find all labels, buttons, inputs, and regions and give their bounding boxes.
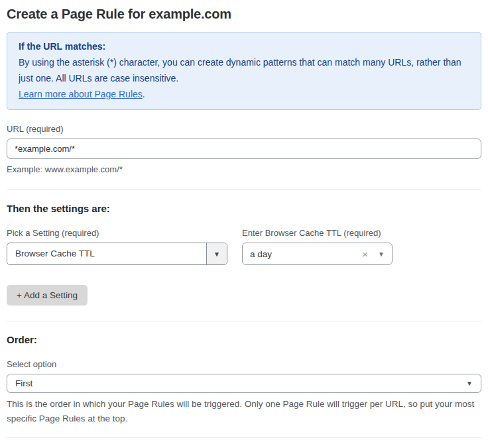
url-example-text: Example: www.example.com/*	[7, 164, 481, 174]
setting-picker-value: Browser Cache TTL	[7, 243, 206, 264]
clear-icon[interactable]: ×	[361, 248, 369, 260]
divider	[7, 190, 481, 190]
add-setting-button[interactable]: + Add a Setting	[7, 285, 88, 306]
ttl-picker-group: Enter Browser Cache TTL (required) a day…	[242, 228, 393, 265]
page-rule-form: Create a Page Rule for example.com If th…	[0, 0, 488, 448]
settings-row: Pick a Setting (required) Browser Cache …	[7, 228, 481, 265]
info-callout-body: By using the asterisk (*) character, you…	[19, 54, 469, 86]
learn-more-link[interactable]: Learn more about Page Rules	[19, 89, 143, 99]
setting-picker-label: Pick a Setting (required)	[7, 228, 227, 238]
ttl-picker-label: Enter Browser Cache TTL (required)	[242, 228, 393, 238]
info-callout-link-line: Learn more about Page Rules.	[19, 86, 469, 102]
caret-down-icon: ▼	[466, 380, 473, 387]
order-help-text: This is the order in which your Page Rul…	[7, 397, 481, 426]
ttl-picker-select[interactable]: a day × ▼	[242, 243, 393, 265]
divider	[7, 321, 481, 321]
page-title: Create a Page Rule for example.com	[7, 7, 481, 22]
divider	[7, 437, 481, 438]
url-input[interactable]	[7, 139, 481, 159]
order-select-label: Select option	[7, 359, 481, 369]
caret-down-icon: ▼	[378, 251, 385, 258]
order-select-value: First	[15, 378, 466, 388]
link-period: .	[143, 89, 145, 99]
settings-section-heading: Then the settings are:	[7, 203, 481, 214]
info-callout-heading: If the URL matches:	[19, 38, 469, 54]
caret-down-icon: ▼	[206, 243, 227, 264]
setting-picker-group: Pick a Setting (required) Browser Cache …	[7, 228, 227, 265]
url-match-info-callout: If the URL matches: By using the asteris…	[7, 32, 481, 110]
ttl-picker-value: a day	[250, 249, 361, 259]
setting-picker-select[interactable]: Browser Cache TTL ▼	[7, 243, 227, 265]
order-section-heading: Order:	[7, 334, 481, 345]
url-field-label: URL (required)	[7, 124, 481, 134]
order-select[interactable]: First ▼	[7, 374, 481, 393]
